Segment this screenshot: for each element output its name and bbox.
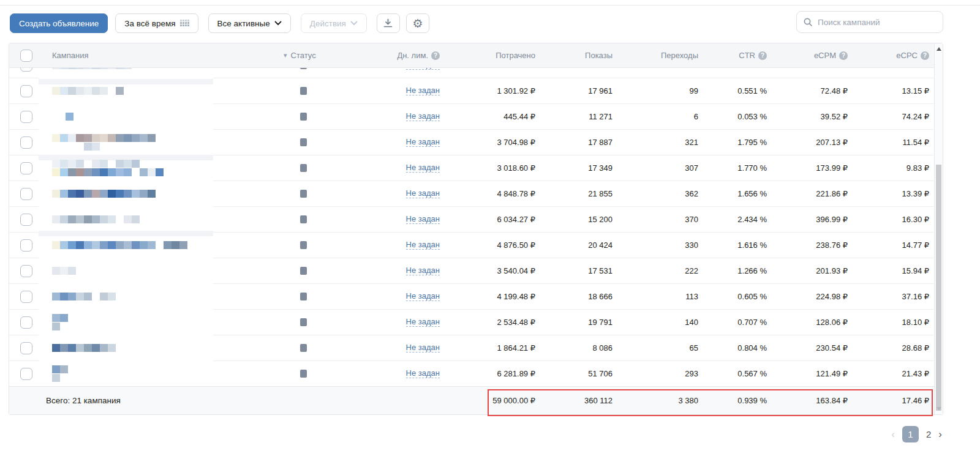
search-input[interactable]: [818, 18, 937, 27]
campaign-name-blurred[interactable]: [52, 241, 187, 249]
period-filter-button[interactable]: За всё время: [115, 13, 198, 33]
column-campaign[interactable]: Кампания: [43, 43, 282, 67]
daily-limit-link[interactable]: Не задан: [406, 112, 440, 122]
table-row[interactable]: Не задан 4 199.48 ₽ 18 666 113 0.605 % 2…: [9, 283, 943, 309]
table-row[interactable]: Не задан 3 540.04 ₽ 17 531 222 1.266 % 2…: [9, 258, 943, 283]
campaigns-table: Кампания ▾ Статус Дн. лим. ? Потрачено П…: [9, 43, 943, 415]
table-row[interactable]: Не задан 2 145.04 ₽ 41 475 101 0.455 % 5…: [9, 68, 943, 78]
campaign-name-blurred[interactable]: [52, 87, 124, 95]
table-row[interactable]: Не задан 3 704.98 ₽ 17 887 321 1.795 % 2…: [9, 129, 943, 155]
daily-limit-link[interactable]: Не задан: [406, 68, 440, 70]
row-checkbox[interactable]: [20, 368, 32, 380]
ctr-value: 0.455 %: [708, 68, 780, 78]
campaign-name-blurred[interactable]: [52, 293, 116, 300]
campaign-name-blurred[interactable]: [52, 215, 140, 223]
table-row[interactable]: Не задан 3 018.60 ₽ 17 349 307 1.770 % 1…: [9, 155, 943, 181]
scroll-up-arrow-icon[interactable]: [937, 47, 941, 51]
column-ctr[interactable]: CTR ?: [708, 43, 780, 67]
prev-page-button[interactable]: ‹: [891, 428, 895, 441]
help-icon[interactable]: ?: [921, 51, 929, 60]
row-checkbox[interactable]: [20, 265, 32, 277]
settings-button[interactable]: ⚙: [406, 13, 429, 33]
column-ecpc[interactable]: eCPC ?: [861, 43, 935, 67]
ecpc-value: 15.94 ₽: [861, 258, 935, 283]
spent-value: 1 301.92 ₽: [446, 78, 545, 103]
daily-limit-link[interactable]: Не задан: [406, 292, 440, 302]
table-body-rows: Не задан 2 145.04 ₽ 41 475 101 0.455 % 5…: [9, 68, 943, 386]
vertical-scrollbar[interactable]: [934, 43, 943, 414]
row-checkbox[interactable]: [20, 162, 32, 174]
export-button[interactable]: [377, 13, 400, 33]
campaign-name-blurred[interactable]: [52, 190, 156, 198]
scroll-down-arrow-icon[interactable]: [937, 407, 941, 411]
daily-limit-link[interactable]: Не задан: [406, 266, 440, 276]
clicks-value: 362: [622, 181, 708, 206]
table-row[interactable]: Не задан 4 848.78 ₽ 21 855 362 1.656 % 2…: [9, 181, 943, 206]
column-spent[interactable]: Потрачено: [446, 43, 545, 67]
table-row[interactable]: Не задан 2 534.48 ₽ 19 791 140 0.707 % 1…: [9, 309, 943, 335]
daily-limit-link[interactable]: Не задан: [406, 318, 440, 327]
shows-value: 17 349: [545, 155, 622, 181]
table-row[interactable]: Не задан 6 281.89 ₽ 51 706 293 0.567 % 1…: [9, 360, 943, 386]
help-icon[interactable]: ?: [431, 51, 440, 60]
row-checkbox[interactable]: [20, 214, 32, 226]
campaign-name-blurred[interactable]: [52, 134, 156, 151]
shows-value: 20 424: [545, 233, 622, 258]
row-checkbox[interactable]: [20, 85, 32, 97]
help-icon[interactable]: ?: [758, 51, 767, 60]
daily-limit-link[interactable]: Не задан: [406, 241, 440, 250]
column-clicks[interactable]: Переходы: [622, 43, 708, 67]
row-checkbox[interactable]: [20, 188, 32, 200]
row-checkbox[interactable]: [20, 136, 32, 149]
spent-value: 6 281.89 ₽: [446, 361, 545, 386]
scrollbar-thumb[interactable]: [936, 165, 941, 411]
help-icon[interactable]: ?: [839, 51, 848, 60]
table-row[interactable]: Не задан 1 301.92 ₽ 17 961 99 0.551 % 72…: [9, 78, 943, 103]
ecpm-value: 224.98 ₽: [780, 284, 861, 309]
daily-limit-link[interactable]: Не задан: [406, 138, 440, 147]
create-ad-button[interactable]: Создать объявление: [10, 13, 108, 33]
select-all-checkbox[interactable]: [20, 50, 32, 62]
row-checkbox[interactable]: [20, 291, 32, 303]
status-indicator-icon: [300, 164, 307, 172]
daily-limit-link[interactable]: Не задан: [406, 215, 440, 225]
daily-limit-link[interactable]: Не задан: [406, 369, 440, 379]
campaign-name-blurred[interactable]: [66, 113, 74, 121]
page-2-button[interactable]: 2: [926, 429, 931, 439]
next-page-button[interactable]: ›: [938, 428, 942, 441]
table-row[interactable]: Не задан 1 864.21 ₽ 8 086 65 0.804 % 230…: [9, 335, 943, 360]
campaign-name-blurred[interactable]: [52, 365, 68, 382]
campaign-name-blurred[interactable]: [52, 160, 164, 176]
page-1-button[interactable]: 1: [902, 426, 919, 442]
status-indicator-icon: [300, 215, 307, 223]
clicks-value: 370: [622, 207, 708, 232]
daily-limit-link[interactable]: Не задан: [406, 343, 440, 353]
daily-limit-link[interactable]: Не задан: [406, 189, 440, 199]
table-row[interactable]: Не задан 445.44 ₽ 11 271 6 0.053 % 39.52…: [9, 103, 943, 129]
column-ecpm[interactable]: eCPM ?: [780, 43, 861, 67]
totals-ctr: 0.939 %: [708, 387, 780, 414]
campaign-search[interactable]: [796, 11, 943, 33]
ecpm-value: 173.99 ₽: [780, 155, 861, 181]
daily-limit-link[interactable]: Не задан: [406, 163, 440, 173]
campaign-name-blurred[interactable]: [52, 344, 116, 352]
daily-limit-link[interactable]: Не задан: [406, 86, 440, 96]
row-checkbox[interactable]: [20, 342, 32, 354]
row-checkbox[interactable]: [20, 239, 32, 252]
row-checkbox[interactable]: [20, 111, 32, 123]
row-checkbox[interactable]: [20, 68, 32, 72]
campaign-name-blurred[interactable]: [52, 314, 68, 330]
spent-value: 1 864.21 ₽: [446, 335, 545, 360]
chevron-down-icon: [274, 21, 282, 26]
campaign-name-blurred[interactable]: [52, 68, 132, 69]
campaign-name-blurred[interactable]: [52, 267, 76, 275]
column-shows[interactable]: Показы: [545, 43, 622, 67]
status-filter-dropdown[interactable]: Все активные: [208, 13, 291, 33]
actions-dropdown[interactable]: Действия: [301, 13, 367, 33]
row-checkbox[interactable]: [20, 316, 32, 329]
table-row[interactable]: Не задан 4 876.50 ₽ 20 424 330 1.616 % 2…: [9, 232, 943, 258]
table-row[interactable]: Не задан 6 034.27 ₽ 15 200 370 2.434 % 3…: [9, 206, 943, 232]
column-daily-limit[interactable]: Дн. лим. ?: [339, 43, 446, 67]
ctr-value: 0.551 %: [708, 78, 780, 103]
column-status[interactable]: ▾ Статус: [282, 43, 339, 67]
